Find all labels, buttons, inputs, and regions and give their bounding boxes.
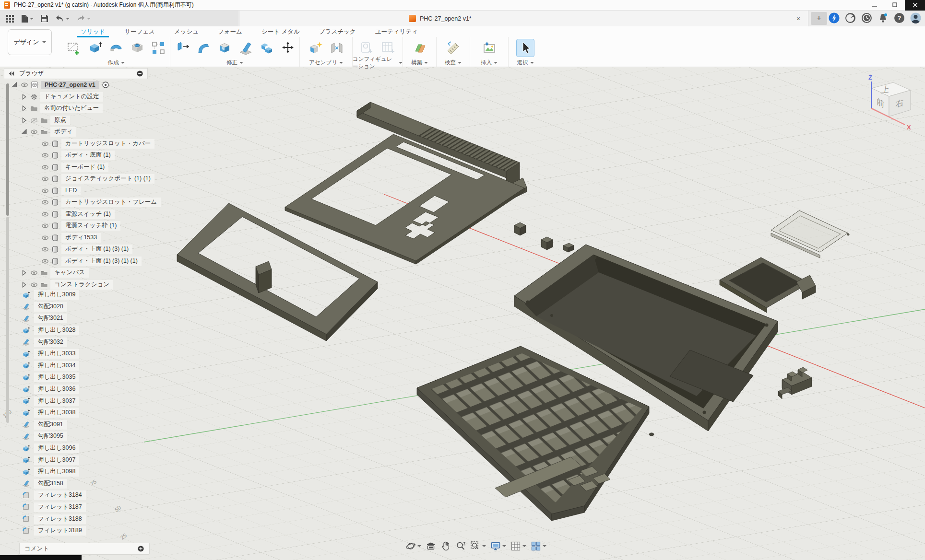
measure-icon[interactable] [445,39,462,57]
group-configuration-label[interactable]: コンフィギュレーション [353,58,403,67]
fit-button[interactable] [470,541,486,551]
feature-label[interactable]: 勾配3091 [34,420,67,430]
browser-item-label[interactable]: コンストラクション [50,280,113,290]
save-button[interactable] [40,14,48,23]
feature-label[interactable]: 勾配3095 [34,432,67,441]
browser-item-label[interactable]: ボディ・上面 (1) (3) (1) [61,245,132,254]
group-modify-label[interactable]: 修正 [170,58,299,67]
feature-row[interactable]: フィレット3189 [22,525,86,537]
browser-item-label[interactable]: キャンバス [50,268,89,278]
orbit-button[interactable] [405,541,421,551]
browser-item-label[interactable]: ボディ1533 [61,233,101,243]
grid-settings-button[interactable] [510,541,526,551]
feature-row[interactable]: 押し出し3038 [22,407,86,419]
display-settings-button[interactable] [490,541,506,551]
feature-row[interactable]: 押し出し3034 [22,360,86,372]
tab-solid[interactable]: ソリッド [71,27,115,37]
feature-row[interactable]: 押し出し3028 [22,325,86,337]
feature-label[interactable]: 押し出し3036 [34,385,79,394]
document-tab-close-icon[interactable]: × [794,15,803,23]
close-button[interactable] [905,0,925,11]
part-small-cube-a[interactable] [514,222,526,235]
browser-body-row[interactable]: ボディ・底面 (1) [0,150,163,162]
expand-triangle-icon[interactable] [20,93,28,101]
visibility-eye-icon[interactable] [21,81,28,89]
look-at-button[interactable] [426,541,436,551]
feature-label[interactable]: 押し出し3096 [34,443,79,453]
version-history-icon[interactable] [861,12,872,23]
group-select-label[interactable]: 選択 [509,58,542,67]
zoom-button[interactable] [455,541,466,551]
tab-form[interactable]: フォーム [208,27,252,37]
feature-label[interactable]: フィレット3187 [34,502,86,512]
feature-row[interactable]: 勾配3021 [22,313,86,325]
configuration-table-icon[interactable] [379,39,397,57]
add-comment-icon[interactable] [137,545,144,552]
browser-body-row[interactable]: 電源スイッチ (1) [0,209,163,221]
press-pull-icon[interactable] [174,39,191,57]
feature-label[interactable]: 勾配3020 [34,302,67,312]
browser-body-row[interactable]: キーボード (1) [0,162,163,174]
browser-item-label[interactable]: LED [61,187,81,195]
profile-avatar[interactable] [910,12,921,23]
visibility-eye-icon[interactable] [41,210,49,218]
browser-body-row[interactable]: カートリッジスロット・フレーム [0,197,163,209]
visibility-eye-icon[interactable] [41,140,49,148]
configure-icon[interactable] [358,39,376,57]
move-copy-icon[interactable] [279,39,296,57]
browser-item-bodies-folder[interactable]: ボディ [0,126,163,138]
browser-item-label[interactable]: 名前の付いたビュー [40,104,103,113]
feature-label[interactable]: フィレット3184 [34,490,86,500]
visibility-eye-icon[interactable] [30,281,38,289]
browser-item-label[interactable]: 電源スイッチ (1) [61,210,115,219]
browser-body-row[interactable]: カートリッジスロット・カバー [0,138,163,150]
feature-row[interactable]: フィレット3187 [22,502,86,513]
minimize-button[interactable] [865,0,885,11]
browser-item-label[interactable]: キーボード (1) [61,163,108,172]
select-cursor-icon[interactable] [517,39,534,57]
insert-icon[interactable] [481,39,498,57]
browser-header[interactable]: ブラウザ [4,68,148,79]
workspace-selector[interactable]: デザイン [8,29,52,55]
joint-icon[interactable] [328,39,345,57]
feature-label[interactable]: 押し出し3098 [34,467,79,477]
timeline-strip[interactable] [0,555,82,560]
feature-row[interactable]: 勾配3095 [22,431,86,443]
feature-row[interactable]: 押し出し3097 [22,454,86,466]
minimize-browser-icon[interactable] [136,70,143,77]
combine-icon[interactable] [258,39,275,57]
visibility-eye-icon[interactable] [41,163,49,171]
construction-plane-icon[interactable] [411,39,428,57]
group-construct-label[interactable]: 構築 [403,58,436,67]
expand-triangle-icon[interactable] [20,128,28,136]
shell-icon[interactable] [216,39,233,57]
feature-label[interactable]: 押し出し3097 [34,455,79,465]
fillet-icon[interactable] [195,39,212,57]
group-insert-label[interactable]: 挿入 [470,58,508,67]
notifications-bell-icon[interactable] [878,12,889,23]
browser-scrollbar[interactable] [6,83,9,560]
tab-surface[interactable]: サーフェス [115,27,165,37]
app-grid-icon[interactable] [6,14,14,23]
expand-triangle-icon[interactable] [20,117,28,124]
feature-row[interactable]: 押し出し3098 [22,466,86,478]
browser-item-label[interactable]: ボディ・底面 (1) [61,151,115,160]
tab-plastic[interactable]: プラスチック [309,27,366,37]
part-small-cube-b[interactable] [541,237,553,250]
browser-item-construction[interactable]: コンストラクション [0,279,163,291]
browser-root-label[interactable]: PHC-27_open2 v1 [41,81,99,89]
browser-root-row[interactable]: PHC-27_open2 v1 [0,79,163,91]
feature-label[interactable]: 押し出し3038 [34,408,79,418]
feature-row[interactable]: 押し出し3096 [22,443,86,455]
feature-row[interactable]: 勾配3020 [22,301,86,313]
new-tab-button[interactable]: + [811,12,827,25]
feature-row[interactable]: 押し出し3035 [22,372,86,384]
feature-row[interactable]: フィレット3184 [22,490,86,502]
feature-label[interactable]: フィレット3188 [34,514,86,524]
browser-item-document-settings[interactable]: ドキュメントの設定 [0,91,163,103]
feature-label[interactable]: 勾配3032 [34,338,67,347]
redo-button[interactable] [76,15,91,23]
group-inspect-label[interactable]: 検査 [437,58,470,67]
feature-row[interactable]: 押し出し3037 [22,395,86,407]
visibility-eye-icon[interactable] [30,128,38,136]
